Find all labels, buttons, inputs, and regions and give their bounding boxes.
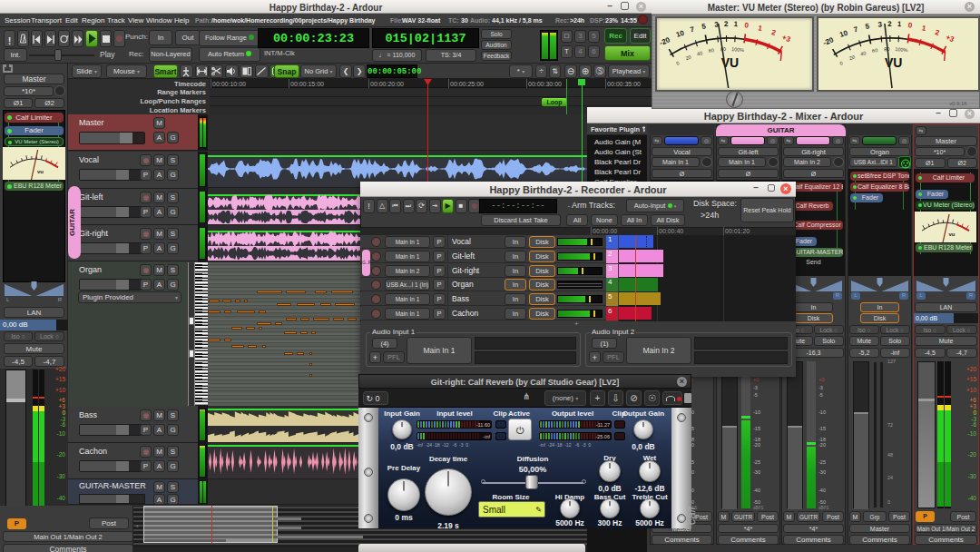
svg-text:0: 0 bbox=[744, 21, 750, 29]
svg-text:0: 0 bbox=[675, 60, 680, 66]
svg-text:10: 10 bbox=[675, 29, 686, 39]
svg-text:3: 3 bbox=[877, 20, 883, 28]
svg-text:-20: -20 bbox=[822, 35, 836, 47]
svg-text:+3: +3 bbox=[945, 34, 956, 44]
svg-text:0: 0 bbox=[839, 60, 844, 66]
svg-text:7: 7 bbox=[690, 25, 696, 34]
svg-text:10: 10 bbox=[838, 29, 849, 39]
svg-text:1: 1 bbox=[921, 24, 927, 33]
svg-text:40: 40 bbox=[860, 50, 867, 56]
svg-text:100%: 100% bbox=[895, 46, 908, 53]
svg-text:5: 5 bbox=[701, 22, 707, 31]
svg-text:-20: -20 bbox=[659, 35, 672, 47]
svg-text:1: 1 bbox=[733, 20, 738, 28]
svg-text:5: 5 bbox=[865, 22, 870, 31]
svg-text:VU: VU bbox=[885, 55, 902, 70]
svg-text:1: 1 bbox=[897, 20, 902, 28]
svg-text:vu: vu bbox=[37, 169, 44, 174]
svg-text:60: 60 bbox=[872, 47, 878, 54]
svg-text:2: 2 bbox=[887, 20, 892, 28]
svg-text:2: 2 bbox=[770, 28, 777, 37]
svg-text:20: 20 bbox=[685, 54, 692, 62]
svg-text:+3: +3 bbox=[781, 34, 792, 44]
svg-text:2: 2 bbox=[934, 28, 940, 37]
svg-text:60: 60 bbox=[708, 47, 714, 54]
svg-text:20: 20 bbox=[848, 54, 856, 62]
svg-text:1: 1 bbox=[758, 24, 764, 33]
svg-text:100%: 100% bbox=[731, 46, 745, 53]
svg-text:0: 0 bbox=[907, 21, 913, 29]
svg-text:2: 2 bbox=[724, 20, 729, 28]
svg-text:vu: vu bbox=[948, 232, 955, 237]
svg-text:40: 40 bbox=[696, 50, 702, 56]
svg-text:7: 7 bbox=[853, 25, 859, 34]
